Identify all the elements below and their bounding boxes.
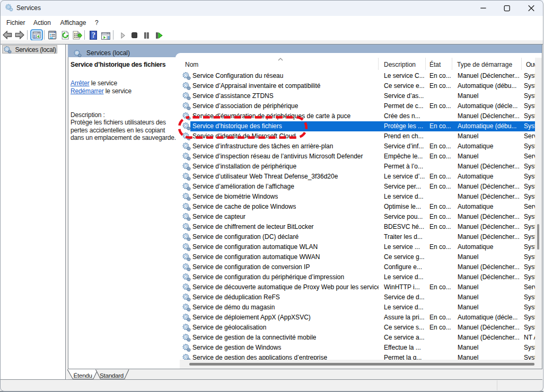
- svg-text:?: ?: [92, 31, 95, 39]
